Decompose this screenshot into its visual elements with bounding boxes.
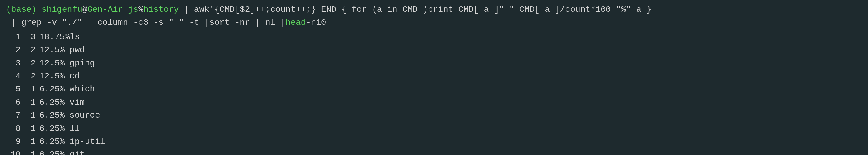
output-table: 1318.75%ls2212.5%pwd3212.5%gping4212.5%c… [6, 31, 862, 155]
col-command: which [69, 83, 95, 95]
cmd-awk: '{CMD[$2]++;count++;} END { for (a in CM… [209, 3, 657, 16]
col-count: 3 [24, 31, 39, 43]
col-command: ll [69, 122, 80, 135]
col-rank: 8 [6, 122, 24, 135]
col-count: 1 [24, 109, 39, 122]
col-rank: 7 [6, 109, 24, 122]
col-count: 1 [24, 83, 39, 95]
col-percent: 6.25% [39, 135, 69, 148]
col-rank: 3 [6, 57, 24, 70]
table-row: 516.25%which [6, 83, 862, 95]
col-rank: 4 [6, 70, 24, 83]
prompt-line: (base) shigenfu @ Gen-Air js % history |… [6, 3, 862, 29]
col-count: 1 [24, 122, 39, 135]
terminal-window: (base) shigenfu @ Gen-Air js % history |… [6, 3, 862, 155]
col-command: source [69, 109, 100, 122]
prompt-at: @ [82, 3, 87, 16]
col-command: pwd [69, 43, 85, 56]
col-command: git [69, 148, 85, 155]
col-rank: 10 [6, 148, 24, 155]
cmd-head: head [285, 16, 306, 29]
col-percent: 6.25% [39, 83, 69, 95]
col-count: 1 [24, 135, 39, 148]
col-percent: 6.25% [39, 96, 69, 109]
table-row: 4212.5%cd [6, 70, 862, 83]
col-rank: 1 [6, 31, 24, 43]
prompt-user: shigenfu [42, 3, 82, 16]
table-row: 1318.75%ls [6, 31, 862, 43]
col-percent: 6.25% [39, 109, 69, 122]
prompt-host: Gen-Air [87, 3, 123, 16]
prompt-base: (base) [6, 3, 37, 16]
col-command: ls [69, 31, 80, 43]
table-row: 2212.5%pwd [6, 43, 862, 56]
col-command: ip-util [69, 135, 105, 148]
table-row: 816.25%ll [6, 122, 862, 135]
prompt-dir: js [128, 3, 138, 16]
cmd-pipe2: | grep -v "./" | column -c3 -s " " -t |s… [6, 16, 285, 29]
col-count: 2 [24, 57, 39, 70]
col-rank: 6 [6, 96, 24, 109]
cmd-pipe1: | awk [179, 3, 209, 16]
table-row: 3212.5%gping [6, 57, 862, 70]
col-percent: 12.5% [39, 70, 69, 83]
col-rank: 2 [6, 43, 24, 56]
prompt-symbol: % [138, 3, 143, 16]
prompt-space1 [37, 3, 42, 16]
col-rank: 5 [6, 83, 24, 95]
col-command: vim [69, 96, 85, 109]
col-percent: 18.75% [39, 31, 69, 43]
table-row: 716.25%source [6, 109, 862, 122]
col-count: 1 [24, 96, 39, 109]
col-count: 2 [24, 43, 39, 56]
col-percent: 12.5% [39, 43, 69, 56]
col-count: 2 [24, 70, 39, 83]
col-count: 1 [24, 148, 39, 155]
col-percent: 6.25% [39, 148, 69, 155]
col-command: gping [69, 57, 95, 70]
table-row: 916.25%ip-util [6, 135, 862, 148]
prompt-space2 [123, 3, 128, 16]
col-percent: 12.5% [39, 57, 69, 70]
table-row: 616.25%vim [6, 96, 862, 109]
table-row: 1016.25%git [6, 148, 862, 155]
col-rank: 9 [6, 135, 24, 148]
cmd-history: history [143, 3, 179, 16]
col-percent: 6.25% [39, 122, 69, 135]
cmd-head-arg: -n10 [306, 16, 326, 29]
col-command: cd [69, 70, 80, 83]
